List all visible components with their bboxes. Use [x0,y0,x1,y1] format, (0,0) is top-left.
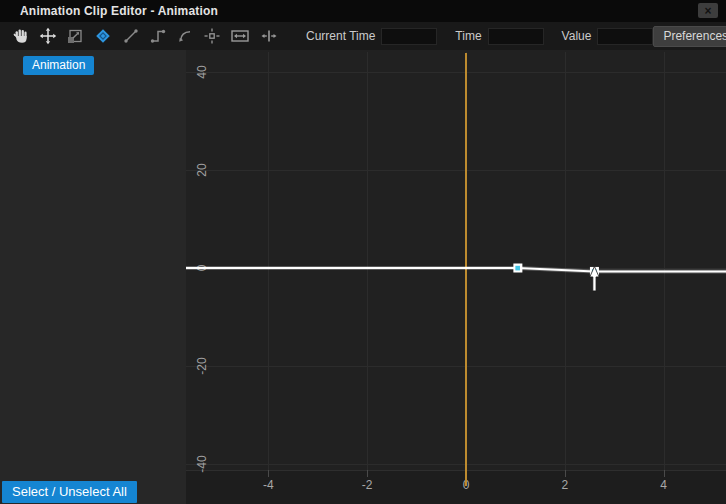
hand-icon [12,27,30,45]
time-label: Time [455,29,481,43]
window-title: Animation Clip Editor - Animation [0,4,218,18]
plot-area[interactable]: 40200-20-40-4-2024 [186,50,726,504]
center-point-icon [203,27,221,45]
center-on-point-button[interactable] [203,25,221,47]
fit-horizontal-icon [230,27,250,45]
main-area: Animation Select / Unselect All 40200-20… [0,50,726,504]
keyframe-marker-glyph [515,266,520,271]
current-time-label: Current Time [306,29,375,43]
linear-tangent-tool-button[interactable] [122,25,140,47]
fit-vertical-button[interactable] [259,25,279,47]
keyframe-select-tool-button[interactable] [93,25,113,47]
keyframe-diamond-icon [93,27,113,45]
step-tangent-tool-button[interactable] [149,25,167,47]
linear-tangent-icon [122,27,140,45]
animation-curve-layer[interactable] [186,50,726,504]
move-arrows-icon [39,27,57,45]
close-icon[interactable]: × [698,3,718,18]
scale-keys-tool-button[interactable] [66,25,84,47]
step-tangent-icon [149,27,167,45]
time-input[interactable] [488,28,544,45]
animation-clip-editor-window: Animation Clip Editor - Animation × [0,0,726,504]
scale-icon [66,27,84,45]
current-time-input[interactable] [381,28,437,45]
preferences-button[interactable]: Preferences [653,26,726,47]
move-keys-tool-button[interactable] [39,25,57,47]
value-label: Value [562,29,592,43]
ease-tangent-tool-button[interactable] [176,25,194,47]
fit-vertical-icon [259,27,279,45]
select-unselect-all-button[interactable]: Select / Unselect All [2,481,137,503]
animation-clip-button[interactable]: Animation [23,56,94,75]
pan-tool-button[interactable] [12,25,30,47]
value-input[interactable] [597,28,653,45]
fit-horizontal-button[interactable] [230,25,250,47]
toolbar: Current Time Time Value Preferences [0,22,726,50]
ease-curve-icon [176,27,194,45]
title-bar: Animation Clip Editor - Animation × [0,0,726,22]
clip-list-sidebar: Animation Select / Unselect All [0,50,186,504]
